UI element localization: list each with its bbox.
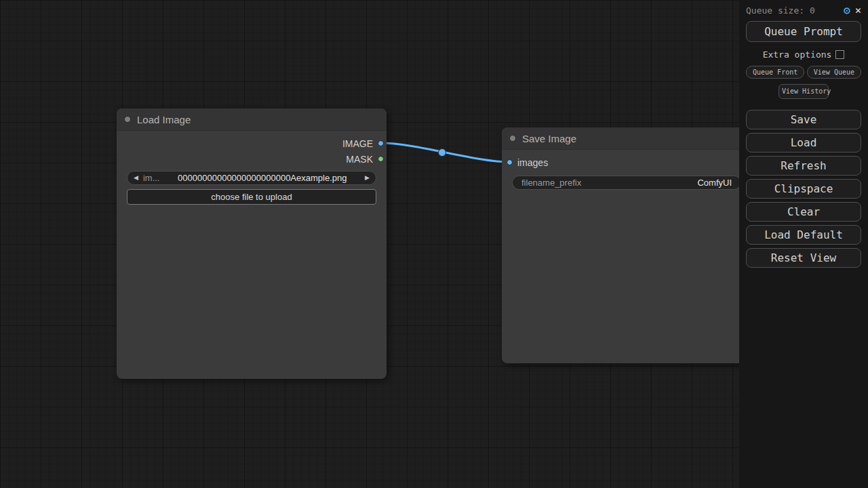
- combo-right-arrow-icon[interactable]: ▶: [365, 175, 370, 181]
- choose-file-button[interactable]: choose file to upload: [127, 189, 376, 205]
- mask-output-dot[interactable]: [378, 156, 384, 162]
- node-title-bar[interactable]: Save Image: [502, 127, 751, 150]
- queue-front-button[interactable]: Queue Front: [746, 66, 804, 79]
- node-title: Load Image: [137, 114, 191, 125]
- queue-prompt-button[interactable]: Queue Prompt: [746, 21, 861, 42]
- combo-value: 00000000000000000000000Aexample.png: [159, 173, 365, 183]
- comfy-menu: Queue size: 0 ⚙ ✕ Queue Prompt Extra opt…: [739, 0, 868, 488]
- filename-prefix-value: ComfyUI: [697, 178, 732, 188]
- graph-canvas[interactable]: Load Image IMAGE MASK ◀ im... 0000000000…: [0, 0, 868, 488]
- extra-options-checkbox[interactable]: [835, 50, 844, 59]
- combo-label: im...: [143, 173, 160, 183]
- output-slot-label: IMAGE: [342, 138, 373, 149]
- node-load-image[interactable]: Load Image IMAGE MASK ◀ im... 0000000000…: [117, 108, 387, 379]
- images-input-dot[interactable]: [507, 159, 513, 165]
- filename-prefix-label: filename_prefix: [521, 178, 581, 188]
- combo-left-arrow-icon[interactable]: ◀: [134, 175, 138, 181]
- input-slot-label: images: [517, 157, 548, 168]
- node-save-image[interactable]: Save Image images filename_prefix ComfyU…: [502, 127, 751, 363]
- clear-button[interactable]: Clear: [746, 202, 861, 222]
- settings-gear-icon[interactable]: ⚙: [844, 5, 850, 16]
- extra-options-label: Extra options: [763, 49, 832, 60]
- reset-view-button[interactable]: Reset View: [746, 248, 861, 268]
- node-collapse-dot[interactable]: [124, 116, 131, 123]
- link-midpoint-dot[interactable]: [439, 149, 446, 157]
- image-combo-widget[interactable]: ◀ im... 00000000000000000000000Aexample.…: [127, 171, 376, 185]
- close-menu-icon[interactable]: ✕: [855, 5, 861, 16]
- save-button[interactable]: Save: [746, 110, 861, 129]
- node-collapse-dot[interactable]: [509, 135, 516, 142]
- load-button[interactable]: Load: [746, 133, 861, 152]
- image-output-dot[interactable]: [378, 140, 384, 146]
- view-history-button[interactable]: View History: [778, 84, 829, 99]
- node-title-bar[interactable]: Load Image: [117, 108, 387, 131]
- refresh-button[interactable]: Refresh: [746, 156, 861, 176]
- clipspace-button[interactable]: Clipspace: [746, 179, 861, 199]
- load-default-button[interactable]: Load Default: [746, 225, 861, 245]
- input-slot-images[interactable]: images: [502, 155, 751, 170]
- output-slot-label: MASK: [346, 154, 373, 165]
- view-queue-button[interactable]: View Queue: [807, 66, 861, 79]
- link-image-to-images: [380, 143, 510, 162]
- output-slot-image[interactable]: IMAGE: [117, 136, 387, 151]
- output-slot-mask[interactable]: MASK: [117, 151, 387, 167]
- node-title: Save Image: [522, 133, 576, 144]
- queue-size-label: Queue size: 0: [746, 5, 839, 16]
- filename-prefix-widget[interactable]: filename_prefix ComfyUI: [512, 176, 741, 190]
